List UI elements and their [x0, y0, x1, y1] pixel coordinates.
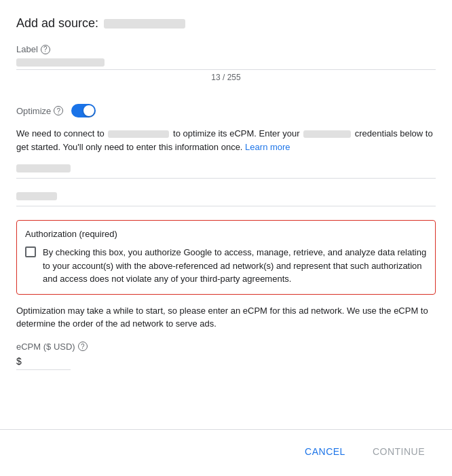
add-ad-source-dialog: Add ad source: Label ? 13 / 255 Optimize…: [0, 0, 452, 476]
ecpm-input-underline: [16, 369, 71, 370]
dollar-sign: $: [16, 356, 22, 367]
optimize-help-icon[interactable]: ?: [54, 106, 63, 115]
learn-more-link[interactable]: Learn more: [245, 142, 290, 152]
optimize-toggle[interactable]: [71, 104, 96, 117]
dialog-title: Add ad source:: [16, 16, 98, 31]
title-ad-source-placeholder: [104, 19, 185, 29]
ecpm-help-icon[interactable]: ?: [78, 342, 88, 351]
continue-button[interactable]: CONTINUE: [362, 441, 436, 462]
optimization-note: Optimization may take a while to start, …: [16, 304, 436, 331]
optimize-label: Optimize ?: [16, 106, 63, 116]
network-name-placeholder-2: [303, 130, 351, 138]
credential-input-1-placeholder: [16, 164, 71, 172]
authorization-box: Authorization (required) By checking thi…: [16, 220, 436, 295]
authorization-checkbox-row: By checking this box, you authorize Goog…: [25, 246, 427, 286]
authorization-title: Authorization (required): [25, 229, 427, 239]
dialog-title-row: Add ad source:: [16, 16, 436, 31]
label-help-icon[interactable]: ?: [41, 45, 50, 54]
actions-row: CANCEL CONTINUE: [16, 438, 436, 465]
label-field: Label ? 13 / 255: [16, 44, 436, 93]
credential-underline-1: [16, 178, 436, 179]
network-name-placeholder-1: [108, 130, 169, 138]
label-input-placeholder: [16, 58, 105, 67]
authorization-text: By checking this box, you authorize Goog…: [43, 246, 427, 286]
ecpm-input-row: $: [16, 356, 436, 367]
label-input-underline: [16, 69, 436, 70]
label-field-label: Label ?: [16, 44, 436, 54]
authorization-checkbox[interactable]: [25, 246, 36, 257]
actions-divider: [0, 429, 452, 430]
optimize-row: Optimize ?: [16, 104, 436, 117]
credential-field-2: [16, 192, 436, 209]
credential-field-1: [16, 164, 436, 181]
credential-input-2-placeholder: [16, 192, 57, 200]
toggle-knob: [83, 105, 94, 116]
label-char-count: 13 / 255: [16, 73, 436, 82]
credential-underline-2: [16, 206, 436, 206]
ecpm-label: eCPM ($ USD) ?: [16, 342, 436, 352]
ecpm-field: eCPM ($ USD) ? $: [16, 342, 436, 370]
description-text: We need to connect to to optimize its eC…: [16, 127, 436, 153]
cancel-button[interactable]: CANCEL: [294, 441, 356, 462]
